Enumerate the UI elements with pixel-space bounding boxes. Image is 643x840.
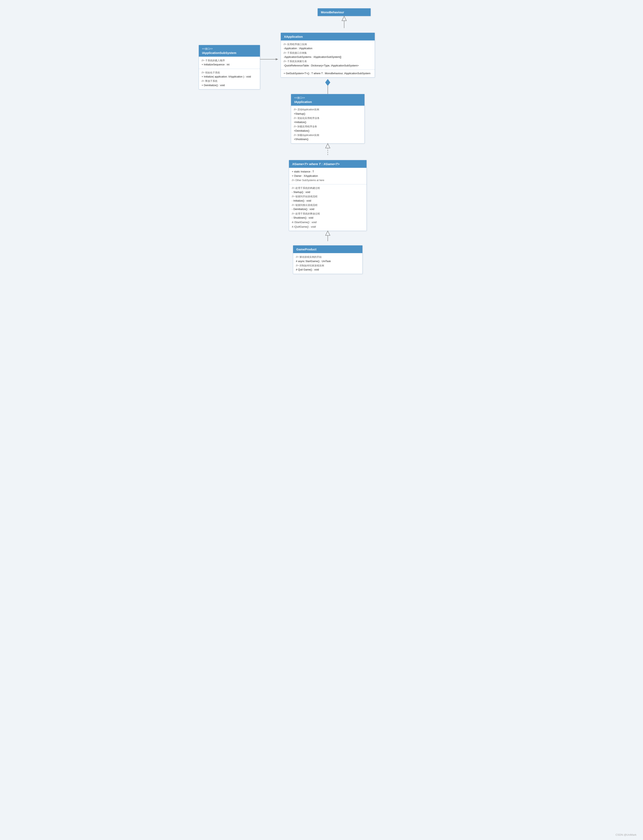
xgame-header: XGame<T> where T : XGame<T>	[289, 160, 367, 168]
iapplication-box: <<接口>> IApplication //> 启动Application实例 …	[291, 94, 365, 144]
xapp-member-4: + GetSubSystem<T>() : T where T : MonoBe…	[284, 71, 372, 76]
xgame-member-5: - Deinitialize() : void	[292, 207, 364, 211]
xapp-col: XApplication //> 应用程序接口实例 -Application :…	[281, 33, 375, 274]
monobehaviour-name: MonoBehaviour	[321, 10, 344, 14]
iapp-to-xgame-connector	[324, 144, 332, 160]
gameproduct-member-1: # async StartGame() : UniTask	[296, 259, 359, 263]
iapp-member-2: +Initialize()	[294, 120, 362, 124]
iapp-comment-2: //> 初始化应用程序业务	[294, 116, 362, 120]
xapp-comment-3: //> 子系统实例索引表	[284, 59, 372, 64]
iappsub-comment-2: //> 初始化子系统	[202, 70, 257, 75]
mono-to-xapp-connector	[252, 16, 436, 33]
iappsub-header: <<接口>> IApplicationSubSystem	[199, 45, 260, 57]
xgame-comment-1: //> Other SubSystems at here	[292, 178, 364, 182]
iapplication-subsystem-box: <<接口>> IApplicationSubSystem //> 子系统的载入顺…	[199, 45, 260, 90]
iappsub-col: <<接口>> IApplicationSubSystem //> 子系统的载入顺…	[199, 45, 260, 90]
svg-marker-4	[325, 79, 330, 86]
xgame-member-1: + static Instance : T	[292, 170, 364, 174]
xgame-box: XGame<T> where T : XGame<T> + static Ins…	[289, 160, 367, 231]
h-arrow-svg	[260, 57, 281, 61]
xapplication-box: XApplication //> 应用程序接口实例 -Application :…	[281, 33, 375, 77]
diagram-container: MonoBehaviour <<接口>> IApplicationSubSyst…	[12, 8, 631, 274]
gameproduct-section-1: //> 驱动游戏实例的开始 # async StartGame() : UniT…	[293, 253, 362, 274]
iappsub-name: IApplicationSubSystem	[202, 51, 237, 54]
iappsub-section-1: //> 子系统的载入顺序 + InitializeSequence : int	[199, 57, 260, 69]
xapp-row: <<接口>> IApplicationSubSystem //> 子系统的载入顺…	[199, 33, 445, 274]
xgame-member-2: + Owner : XApplication	[292, 174, 364, 178]
monobehaviour-box: MonoBehaviour	[318, 8, 371, 16]
iappsub-section-2: //> 初始化子系统 + Initialize( application: XA…	[199, 69, 260, 89]
svg-marker-1	[342, 16, 346, 21]
iappsub-member-2: + Initialize( application: XApplication …	[202, 75, 257, 79]
mono-xapp-arrow	[340, 16, 348, 33]
svg-marker-3	[276, 58, 278, 60]
svg-marker-7	[325, 144, 330, 148]
xapp-member-3: -QuickReferenceTable : Dictionary<Type, …	[284, 64, 372, 68]
xgame-name: XGame<T> where T : XGame<T>	[292, 162, 339, 166]
xgame-section-1: + static Instance : T + Owner : XApplica…	[289, 168, 367, 184]
gameproduct-box: GameProduct //> 驱动游戏实例的开始 # async StartG…	[293, 245, 362, 274]
watermark: CSDN @UniMark	[615, 833, 636, 836]
xgame-member-4: - Initialize() : void	[292, 199, 364, 203]
xapp-member-1: -Application : IApplication	[284, 46, 372, 51]
iapp-name: IApplication	[294, 100, 312, 104]
xgame-comment-3: //> 链接到开始游戏流程	[292, 194, 364, 199]
gameproduct-comment-2: //> 控制如何结束游戏实例	[296, 263, 359, 268]
xapp-section-2: + GetSubSystem<T>() : T where T : MonoBe…	[281, 70, 375, 77]
xapp-section-1: //> 应用程序接口实例 -Application : IApplication…	[281, 41, 375, 70]
iapp-comment-1: //> 启动Application实例	[294, 108, 362, 111]
iapp-section-1: //> 启动Application实例 +Startup() //> 初始化应用…	[291, 106, 364, 143]
iapp-header: <<接口>> IApplication	[291, 94, 364, 106]
xapp-to-iapp-connector	[324, 77, 332, 94]
xgame-italic-1: # /StartGame() : void	[292, 220, 364, 225]
xgame-gameproduct-arrow	[324, 231, 332, 245]
iapp-member-1: +Startup()	[294, 112, 362, 116]
iappsub-member-1: + InitializeSequence : int	[202, 62, 257, 67]
iappsub-comment-1: //> 子系统的载入顺序	[202, 59, 257, 62]
xapp-name: XApplication	[284, 35, 303, 38]
diamond-arrow-svg	[324, 77, 332, 94]
iappsub-stereotype: <<接口>>	[202, 47, 257, 51]
gameproduct-comment-1: //> 驱动游戏实例的开始	[296, 255, 359, 259]
h-connector	[260, 57, 281, 61]
iapp-comment-4: //> 卸载Application实例	[294, 133, 362, 137]
xapp-header: XApplication	[281, 33, 375, 41]
xgame-italic-2: # /QuitGame() : void	[292, 225, 364, 229]
xgame-member-6: - Shutdown() : void	[292, 216, 364, 220]
iapp-member-4: +Shutdown()	[294, 137, 362, 142]
iappsub-member-3: + Deinitialize() : void	[202, 83, 257, 88]
iapp-comment-3: //> 卸载应用程序业务	[294, 124, 362, 129]
monobehaviour-header: MonoBehaviour	[318, 8, 370, 16]
gameproduct-member-2: # Quit Game() : void	[296, 268, 359, 272]
xgame-comment-4: //> 链接到推出游戏流程	[292, 203, 364, 207]
xgame-comment-5: //> 处理子系统的释放过程	[292, 212, 364, 216]
gameproduct-header: GameProduct	[293, 245, 362, 253]
iapp-stereotype: <<接口>>	[294, 96, 361, 100]
xapp-comment-2: //> 子系统接口示例集	[284, 51, 372, 55]
xgame-section-2: //> 处理子系统的构建过程 - Startup() : void //> 链接…	[289, 184, 367, 231]
xapp-comment-1: //> 应用程序接口实例	[284, 42, 372, 46]
iapp-member-3: +Deinitialize()	[294, 129, 362, 133]
xgame-comment-2: //> 处理子系统的构建过程	[292, 186, 364, 190]
xgame-to-gameproduct-connector	[324, 231, 332, 245]
xgame-member-3: - Startup() : void	[292, 190, 364, 194]
iappsub-comment-3: //> 释放子系统	[202, 79, 257, 83]
gameproduct-name: GameProduct	[296, 248, 317, 251]
xapp-member-2: -ApplicationSubSystems : IApplicationSub…	[284, 55, 372, 59]
dashed-arrow-svg	[324, 144, 332, 160]
svg-marker-9	[325, 231, 330, 235]
